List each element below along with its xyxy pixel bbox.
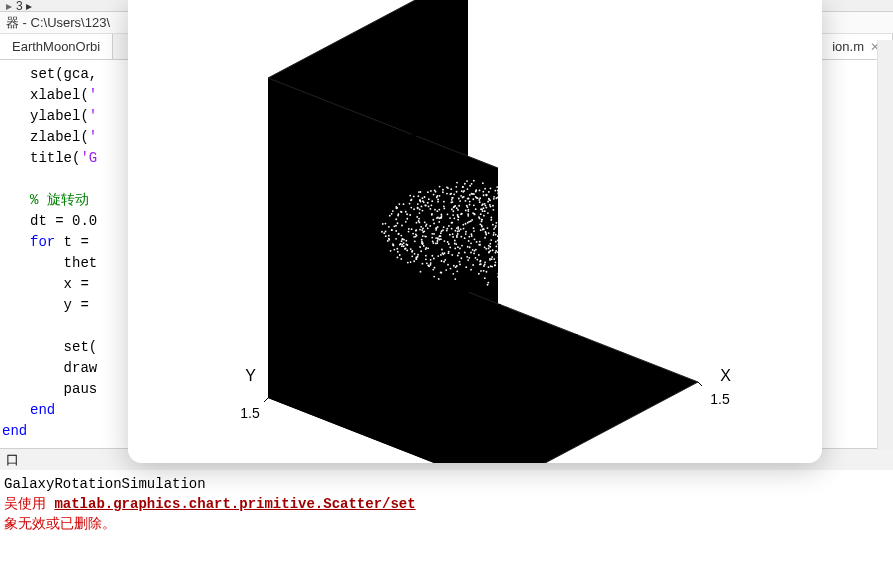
command-panel[interactable]: GalaxyRotationSimulation 吴使用 matlab.grap… [0, 470, 893, 534]
svg-point-596 [479, 241, 481, 243]
svg-point-440 [533, 221, 535, 223]
svg-point-153 [446, 193, 448, 195]
svg-point-329 [456, 270, 458, 272]
svg-point-83 [492, 224, 494, 226]
svg-point-526 [421, 239, 423, 241]
error-line: 吴使用 matlab.graphics.chart.primitive.Scat… [4, 494, 893, 514]
svg-point-94 [463, 228, 465, 230]
svg-point-383 [568, 245, 570, 247]
svg-point-872 [563, 233, 565, 235]
svg-point-191 [478, 273, 480, 275]
svg-point-204 [417, 256, 419, 258]
svg-point-756 [421, 241, 423, 243]
svg-point-359 [568, 227, 570, 229]
svg-point-84 [565, 250, 567, 252]
vertical-scrollbar[interactable] [877, 40, 893, 450]
svg-point-151 [501, 259, 503, 261]
svg-point-399 [505, 236, 507, 238]
svg-point-893 [502, 206, 504, 208]
figure-window[interactable]: -1.5-1-0.500.511.5-1.5-1-0.500.511.5-0.5… [128, 0, 822, 463]
svg-point-775 [492, 209, 494, 211]
svg-point-92 [457, 231, 459, 233]
svg-point-77 [518, 275, 520, 277]
svg-point-870 [494, 226, 496, 228]
svg-point-188 [546, 248, 548, 250]
svg-point-26 [467, 188, 469, 190]
svg-point-622 [389, 215, 391, 217]
svg-point-207 [390, 250, 392, 252]
svg-point-444 [510, 234, 512, 236]
svg-point-578 [500, 275, 502, 277]
svg-point-747 [480, 208, 482, 210]
svg-point-180 [401, 244, 403, 246]
svg-point-244 [553, 198, 555, 200]
svg-point-625 [548, 223, 550, 225]
svg-point-670 [518, 236, 520, 238]
svg-point-255 [558, 266, 560, 268]
svg-point-559 [466, 256, 468, 258]
svg-point-402 [515, 225, 517, 227]
svg-point-612 [433, 233, 435, 235]
svg-point-815 [517, 248, 519, 250]
svg-point-487 [414, 240, 416, 242]
svg-point-343 [493, 196, 495, 198]
svg-point-719 [542, 191, 544, 193]
svg-point-90 [525, 227, 527, 229]
title-fragment: 3 ▸ [16, 0, 32, 13]
svg-point-450 [549, 247, 551, 249]
svg-point-357 [385, 235, 387, 237]
svg-point-710 [527, 251, 529, 253]
svg-point-639 [426, 223, 428, 225]
svg-point-554 [562, 231, 564, 233]
svg-point-146 [512, 257, 514, 259]
svg-point-626 [452, 210, 454, 212]
svg-point-635 [465, 210, 467, 212]
svg-point-833 [422, 228, 424, 230]
svg-point-819 [483, 270, 485, 272]
tab-earthmoon[interactable]: EarthMoonOrbi [0, 34, 113, 59]
error-link[interactable]: matlab.graphics.chart.primitive.Scatter/… [54, 496, 415, 512]
scatter-3d-plot: -1.5-1-0.500.511.5-1.5-1-0.500.511.5-0.5… [128, 0, 822, 463]
svg-point-549 [412, 233, 414, 235]
svg-point-392 [502, 226, 504, 228]
svg-point-829 [507, 210, 509, 212]
svg-point-523 [529, 216, 531, 218]
svg-point-42 [573, 233, 575, 235]
svg-text:1: 1 [678, 376, 686, 392]
svg-point-311 [538, 198, 540, 200]
svg-point-458 [487, 212, 489, 214]
svg-point-177 [493, 234, 495, 236]
svg-point-195 [515, 260, 517, 262]
svg-point-434 [527, 210, 529, 212]
svg-point-133 [426, 262, 428, 264]
svg-point-213 [393, 249, 395, 251]
svg-point-859 [495, 197, 497, 199]
svg-point-196 [523, 237, 525, 239]
svg-point-129 [520, 209, 522, 211]
svg-point-808 [493, 228, 495, 230]
svg-point-51 [519, 267, 521, 269]
svg-point-62 [567, 239, 569, 241]
svg-point-362 [508, 267, 510, 269]
svg-point-821 [422, 197, 424, 199]
svg-point-621 [504, 230, 506, 232]
svg-point-23 [514, 272, 516, 274]
svg-point-8 [569, 202, 571, 204]
svg-point-816 [514, 236, 516, 238]
svg-point-864 [551, 229, 553, 231]
svg-point-652 [538, 270, 540, 272]
svg-point-412 [541, 224, 543, 226]
svg-point-368 [460, 257, 462, 259]
svg-point-152 [472, 249, 474, 251]
svg-point-252 [396, 257, 398, 259]
tab-label: ion.m [832, 39, 864, 54]
svg-point-802 [564, 204, 566, 206]
svg-point-644 [462, 186, 464, 188]
svg-point-55 [452, 233, 454, 235]
svg-point-736 [406, 213, 408, 215]
svg-point-773 [509, 206, 511, 208]
svg-point-866 [558, 215, 560, 217]
svg-point-217 [522, 272, 524, 274]
svg-point-485 [506, 256, 508, 258]
svg-point-689 [532, 264, 534, 266]
